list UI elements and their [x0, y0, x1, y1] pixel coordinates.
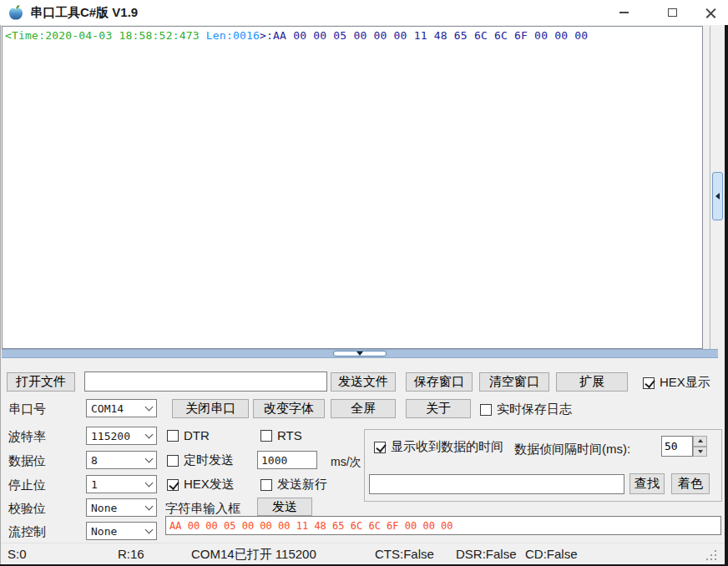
close-port-button[interactable]: 关闭串口: [172, 399, 249, 418]
parity-label: 校验位: [8, 501, 46, 517]
clear-window-button[interactable]: 清空窗口: [479, 372, 549, 392]
app-icon: [8, 4, 24, 21]
status-port-state: COM14已打开 115200: [191, 543, 316, 565]
splitter-arrow-icon: [356, 351, 363, 356]
chevron-down-icon[interactable]: [145, 525, 154, 533]
string-input-label: 字符串输入框: [165, 501, 240, 517]
find-button[interactable]: 查找: [629, 473, 665, 494]
checkbox-box: [167, 430, 179, 442]
baud-rate-value: 115200: [91, 430, 130, 442]
frame-interval-stepper: [661, 436, 707, 457]
maximize-icon: [668, 8, 677, 17]
frame-interval-input[interactable]: [661, 436, 693, 457]
checkbox-box: [643, 377, 655, 389]
parity-value: None: [91, 502, 117, 514]
dtr-label: DTR: [184, 428, 210, 442]
hex-display-checkbox[interactable]: HEX显示: [643, 375, 710, 391]
resize-grip[interactable]: [706, 550, 716, 560]
terminal-timestamp: <Time:2020-04-03 18:58:52:473: [5, 29, 206, 42]
chevron-down-icon[interactable]: [145, 454, 154, 462]
app-window: 串口工具C#版 V1.9 <Time:2020-04-03 18:58:52:4…: [0, 0, 728, 566]
data-bits-value: 8: [91, 454, 98, 467]
interval-unit-label: ms/次: [331, 455, 361, 470]
minimize-icon: [619, 12, 629, 13]
interval-input[interactable]: [257, 451, 317, 469]
splitter-handle[interactable]: [333, 351, 387, 356]
baud-rate-select[interactable]: 115200: [86, 427, 157, 445]
send-newline-checkbox[interactable]: 发送新行: [260, 477, 327, 493]
stop-bits-label: 停止位: [8, 478, 46, 493]
status-cts: CTS:False: [375, 543, 434, 565]
show-time-label: 显示收到数据的时间: [391, 439, 503, 455]
port-value: COM14: [91, 402, 124, 415]
baud-rate-label: 波特率: [8, 429, 46, 445]
stop-bits-value: 1: [91, 478, 98, 491]
flow-control-value: None: [91, 525, 117, 538]
flow-control-select[interactable]: None: [86, 522, 157, 540]
port-select[interactable]: COM14: [86, 399, 157, 417]
status-sent-count: S:0: [8, 543, 27, 565]
send-newline-label: 发送新行: [277, 477, 327, 493]
dtr-checkbox[interactable]: DTR: [167, 428, 210, 442]
about-button[interactable]: 关于: [406, 399, 471, 418]
window-title: 串口工具C#版 V1.9: [30, 0, 138, 25]
collapse-arrow-icon: [715, 193, 720, 200]
colorize-button[interactable]: 着色: [671, 473, 710, 494]
terminal-line: <Time:2020-04-03 18:58:52:473 Len:0016>:…: [5, 29, 588, 42]
realtime-log-label: 实时保存日志: [497, 402, 572, 417]
chevron-down-icon[interactable]: [145, 502, 154, 510]
panel-collapse-handle[interactable]: [712, 172, 723, 220]
send-button[interactable]: 发送: [257, 498, 312, 516]
close-icon: [705, 8, 716, 18]
hex-send-label: HEX发送: [184, 477, 235, 493]
checkbox-box: [167, 455, 179, 467]
chevron-down-icon[interactable]: [145, 478, 154, 487]
spin-up-button[interactable]: [693, 436, 707, 447]
checkbox-box: [374, 442, 386, 453]
parity-select[interactable]: None: [86, 498, 157, 517]
close-button[interactable]: [696, 0, 725, 25]
spin-down-icon: [698, 450, 703, 453]
search-input[interactable]: [369, 474, 624, 494]
save-window-button[interactable]: 保存窗口: [406, 372, 473, 392]
timed-send-checkbox[interactable]: 定时发送: [167, 452, 234, 468]
receive-area[interactable]: <Time:2020-04-03 18:58:52:473 Len:0016>:…: [2, 26, 703, 349]
minimize-button[interactable]: [604, 0, 643, 25]
chevron-down-icon[interactable]: [145, 430, 154, 438]
frame-interval-label: 数据侦间隔时间(ms):: [514, 442, 630, 457]
flow-control-label: 流控制: [8, 524, 46, 540]
expand-button[interactable]: 扩展: [556, 372, 628, 392]
terminal-hex-data: >:AA 00 00 05 00 00 00 11 48 65 6C 6C 6F…: [260, 29, 588, 42]
realtime-log-checkbox[interactable]: 实时保存日志: [480, 402, 572, 417]
port-label: 串口号: [8, 402, 46, 417]
stop-bits-select[interactable]: 1: [86, 475, 157, 493]
rts-label: RTS: [277, 428, 302, 442]
data-bits-select[interactable]: 8: [86, 451, 157, 469]
send-file-button[interactable]: 发送文件: [331, 372, 396, 392]
spin-up-icon: [698, 439, 703, 442]
file-path-input[interactable]: [84, 371, 327, 392]
open-file-button[interactable]: 打开文件: [7, 372, 75, 392]
checkbox-box: [260, 479, 272, 491]
chevron-down-icon[interactable]: [145, 402, 154, 411]
timed-send-label: 定时发送: [184, 452, 234, 468]
status-bar: S:0 R:16 COM14已打开 115200 CTS:False DSR:F…: [1, 543, 725, 564]
send-data-input[interactable]: [165, 516, 721, 535]
splitter-bar[interactable]: [2, 349, 718, 358]
status-cd: CD:False: [525, 543, 578, 565]
status-dsr: DSR:False: [456, 543, 517, 565]
maximize-button[interactable]: [653, 0, 691, 25]
checkbox-box: [480, 404, 492, 416]
show-time-checkbox[interactable]: 显示收到数据的时间: [374, 439, 503, 455]
checkbox-box: [167, 479, 179, 491]
rts-checkbox[interactable]: RTS: [260, 428, 302, 442]
data-bits-label: 数据位: [8, 453, 46, 469]
spin-down-button[interactable]: [693, 447, 707, 457]
terminal-length: Len:0016: [206, 29, 260, 42]
hex-send-checkbox[interactable]: HEX发送: [167, 477, 235, 493]
full-screen-button[interactable]: 全屏: [331, 399, 396, 418]
title-bar: 串口工具C#版 V1.9: [0, 0, 728, 25]
hex-display-label: HEX显示: [660, 375, 710, 391]
status-received-count: R:16: [118, 543, 144, 565]
change-font-button[interactable]: 改变字体: [253, 399, 325, 418]
